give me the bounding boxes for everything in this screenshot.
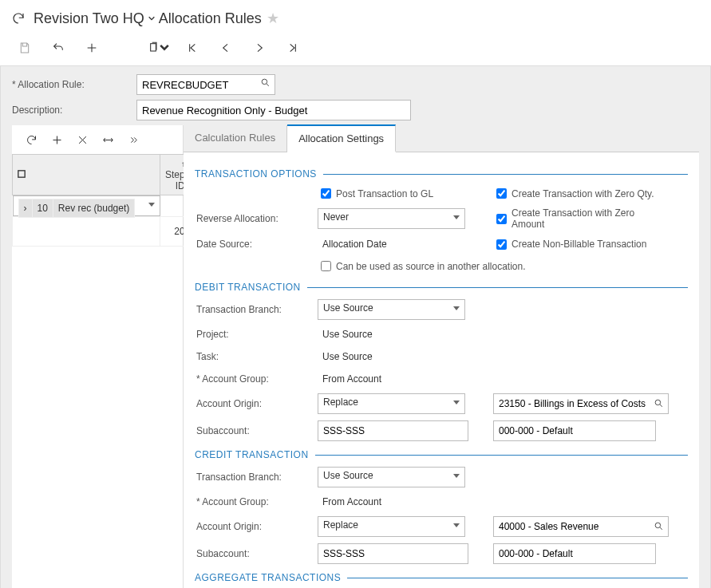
credit-sub2-input[interactable] <box>493 543 656 564</box>
credit-origin-label: Account Origin: <box>195 521 318 532</box>
prev-button[interactable] <box>212 40 239 56</box>
breadcrumb-root[interactable]: Revision Two HQ <box>34 10 144 27</box>
date-source-value: Allocation Date <box>318 236 477 252</box>
credit-branch-label: Transaction Branch: <box>195 472 318 483</box>
form-header: Allocation Rule: Description: ↑ Step <box>0 65 711 588</box>
reverse-allocation-select[interactable]: Never <box>318 208 465 229</box>
debit-sub-label: Subaccount: <box>195 425 318 436</box>
section-debit: DEBIT TRANSACTION <box>195 282 688 293</box>
credit-origin-select[interactable]: Replace <box>318 516 465 537</box>
tab-calc-rules[interactable]: Calculation Rules <box>184 125 287 152</box>
section-credit: CREDIT TRANSACTION <box>195 449 688 460</box>
chk-zero-amt: Create Transaction with Zero Amount <box>493 207 669 230</box>
grid-more-button[interactable] <box>120 130 146 149</box>
debit-project-value: Use Source <box>318 326 477 342</box>
step-desc: Rev rec (budget) <box>53 199 134 218</box>
description-label: Description: <box>12 105 136 116</box>
chevron-down-icon[interactable] <box>148 13 156 25</box>
debit-project-label: Project: <box>195 329 318 340</box>
undo-button[interactable] <box>45 40 72 56</box>
steps-panel: ↑ Step ID Description › 10 Rev rec (budg… <box>12 125 184 588</box>
grid-delete-button[interactable] <box>69 130 95 149</box>
debit-origin-select[interactable]: Replace <box>318 393 465 414</box>
breadcrumb-page: Allocation Rules <box>159 10 262 27</box>
debit-origin-label: Account Origin: <box>195 398 318 409</box>
star-icon[interactable]: ★ <box>267 10 279 27</box>
steps-toolbar <box>12 125 183 154</box>
tab-allocation-settings[interactable]: Allocation Settings <box>287 124 396 152</box>
debit-branch-label: Transaction Branch: <box>195 304 318 315</box>
svg-rect-0 <box>151 44 156 51</box>
step-id: 10 <box>32 199 53 218</box>
credit-acctgrp-value: From Account <box>318 494 477 510</box>
chk-post-gl: Post Transaction to GL <box>318 186 477 201</box>
section-aggregate: AGGREGATE TRANSACTIONS <box>195 572 688 583</box>
add-button[interactable] <box>78 40 105 56</box>
col-stepid[interactable]: Step ID <box>165 169 185 191</box>
description-input[interactable] <box>136 100 411 120</box>
grid-fit-button[interactable] <box>95 130 120 149</box>
section-transaction-options: TRANSACTION OPTIONS <box>195 168 688 180</box>
row-select-header[interactable] <box>13 155 160 195</box>
main-toolbar <box>0 35 711 65</box>
allocation-rule-label: Allocation Rule: <box>12 79 136 90</box>
credit-acctgrp-label: Account Group: <box>195 496 318 507</box>
last-button[interactable] <box>279 40 306 56</box>
first-button[interactable] <box>179 40 206 56</box>
next-button[interactable] <box>246 40 273 56</box>
debit-acctgrp-value: From Account <box>318 371 477 387</box>
debit-sub2-input[interactable] <box>493 420 656 441</box>
row-pointer-icon: › <box>18 199 32 218</box>
chk-non-billable: Create Non-Billable Transaction <box>493 237 669 252</box>
copy-paste-button[interactable] <box>145 40 172 56</box>
credit-account-input[interactable] <box>493 516 669 537</box>
debit-task-value: Use Source <box>318 349 477 365</box>
debit-sub-input[interactable] <box>318 420 468 441</box>
grid-add-button[interactable] <box>44 130 69 149</box>
credit-branch-select[interactable]: Use Source <box>318 467 465 487</box>
chk-zero-qty: Create Transaction with Zero Qty. <box>493 186 669 201</box>
page-header: Revision Two HQ Allocation Rules ★ <box>0 0 711 35</box>
save-button[interactable] <box>11 40 38 56</box>
allocation-rule-input[interactable] <box>136 74 275 95</box>
debit-account-input[interactable] <box>493 393 669 414</box>
credit-sub-input[interactable] <box>318 543 468 564</box>
grid-refresh-button[interactable] <box>18 130 44 149</box>
debit-branch-select[interactable]: Use Source <box>318 299 465 320</box>
svg-rect-2 <box>18 171 25 177</box>
debit-task-label: Task: <box>195 351 318 362</box>
tabs: Calculation Rules Allocation Settings <box>184 125 699 152</box>
date-source-label: Date Source: <box>195 239 318 250</box>
refresh-icon[interactable] <box>11 11 26 26</box>
table-row[interactable]: › 10 Rev rec (budget) <box>13 195 160 216</box>
credit-sub-label: Subaccount: <box>195 548 318 559</box>
delete-button[interactable] <box>112 40 139 56</box>
detail-panel: Calculation Rules Allocation Settings TR… <box>184 125 699 588</box>
reverse-allocation-label: Reverse Allocation: <box>195 213 318 224</box>
chk-source-alloc: Can be used as source in another allocat… <box>318 258 526 274</box>
debit-acctgrp-label: Account Group: <box>195 373 318 385</box>
